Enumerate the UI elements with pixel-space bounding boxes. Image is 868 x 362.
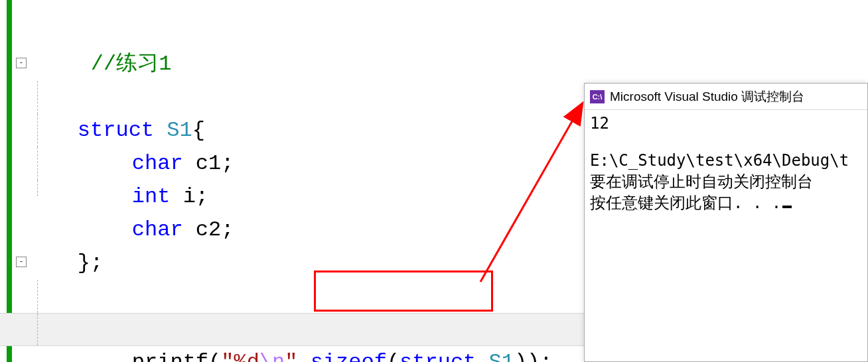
fold-icon[interactable]: -: [16, 58, 27, 68]
console-output-value: 12: [590, 113, 862, 134]
console-hint-line1: 要在调试停止时自动关闭控制台: [590, 171, 862, 192]
stmt-end: );: [527, 350, 552, 362]
indent-guide: [37, 147, 38, 180]
indent-guide: [37, 314, 38, 345]
keyword-struct: struct: [399, 350, 476, 362]
console-body[interactable]: 12 E:\C_Study\test\x64\Debug\t 要在调试停止时自动…: [585, 110, 867, 216]
code-line-comment[interactable]: //练习1: [0, 15, 868, 48]
console-path: E:\C_Study\test\x64\Debug\t: [590, 150, 862, 171]
paren: (: [208, 350, 221, 362]
indent-guide: [37, 114, 38, 147]
fold-icon[interactable]: -: [16, 257, 27, 267]
indent-guide: [37, 180, 38, 196]
console-hint-line2: 按任意键关闭此窗口. . .: [590, 192, 862, 213]
code-line-struct-open[interactable]: - struct S1{: [0, 48, 868, 81]
indent-guide: [37, 280, 38, 313]
console-title: Microsoft Visual Studio 调试控制台: [610, 88, 804, 105]
type-name: S1: [476, 350, 514, 362]
comma: ,: [297, 350, 310, 362]
string-quote: ": [285, 350, 297, 362]
string-quote: ": [221, 350, 234, 362]
printf-call: printf: [132, 350, 208, 362]
paren: ): [514, 350, 527, 362]
indent-guide: [37, 81, 38, 114]
keyword-sizeof: sizeof: [311, 350, 387, 362]
console-app-icon: C:\: [590, 90, 605, 103]
escape-seq: \n: [259, 350, 285, 362]
paren: (: [387, 350, 399, 362]
format-spec: %d: [234, 350, 259, 362]
debug-console-window[interactable]: C:\ Microsoft Visual Studio 调试控制台 12 E:\…: [584, 83, 868, 362]
console-titlebar[interactable]: C:\ Microsoft Visual Studio 调试控制台: [585, 84, 867, 110]
console-cursor: [782, 206, 792, 208]
